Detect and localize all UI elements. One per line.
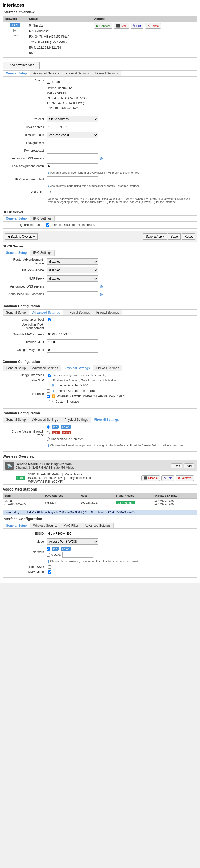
- stations-table: SSID MAC Address Host Signal / Noise RX …: [3, 493, 197, 507]
- network-lan-checkbox[interactable]: [46, 547, 50, 551]
- bridge-label: br-lan: [11, 34, 18, 37]
- dhcp-server-title: DHCP Server: [3, 210, 197, 214]
- essid-input[interactable]: [46, 531, 98, 536]
- dhcp-tab-general[interactable]: General Setup: [3, 216, 30, 221]
- router-adv-label: Router Advertisement-Service: [5, 258, 46, 265]
- mtu-label: Override MTU: [5, 340, 46, 344]
- tab-firewall-settings[interactable]: Firewall Settings: [92, 71, 121, 76]
- cc1-tab-general[interactable]: General Setup: [3, 310, 29, 315]
- network-create-input[interactable]: [63, 552, 93, 558]
- iface-tab-security[interactable]: Wireless Security: [30, 523, 61, 528]
- wifi-checkbox[interactable]: [46, 395, 50, 398]
- ipv6-suffix-input[interactable]: [46, 190, 98, 195]
- cc2-tab-physical[interactable]: Physical Settings: [61, 365, 93, 371]
- cc1-tab-firewall[interactable]: Firewall Settings: [93, 310, 122, 315]
- add-dns-icon-2[interactable]: ⊕: [99, 284, 103, 289]
- scan-button[interactable]: Scan: [171, 463, 182, 468]
- tab-general-setup[interactable]: General Setup: [3, 71, 30, 76]
- gateway-metric-input[interactable]: [46, 347, 98, 353]
- protocol-select[interactable]: Static address: [46, 116, 98, 122]
- ipv4-netmask-select[interactable]: 255.255.255.0: [46, 132, 98, 138]
- stop-button[interactable]: ⬛ Stop: [114, 23, 129, 29]
- ipv4-gateway-label: IPv4 gateway: [5, 141, 46, 145]
- save-apply-button[interactable]: Save & Apply: [143, 234, 167, 240]
- network-create-checkbox[interactable]: [46, 553, 50, 557]
- ipv4-gateway-input[interactable]: [46, 140, 98, 146]
- ndp-proxy-select[interactable]: disabled: [46, 275, 98, 282]
- add-wireless-button[interactable]: Add: [184, 463, 194, 468]
- delete-button[interactable]: ✕ Delete: [145, 23, 161, 29]
- mac-override-label: Override MAC address: [5, 333, 46, 336]
- dhcp2-tab-ipv6[interactable]: IPv6 Settings: [30, 250, 55, 256]
- add-domain-icon[interactable]: ⊕: [99, 292, 103, 297]
- ipv6-assign-length-input[interactable]: [46, 163, 98, 169]
- builtin-ipv6-checkbox[interactable]: [48, 325, 51, 328]
- back-to-overview-button[interactable]: ◀ Back to Overview: [5, 234, 38, 240]
- hide-essid-checkbox[interactable]: [48, 565, 51, 569]
- fw-zone-radio-3[interactable]: [46, 437, 50, 441]
- ignore-checkbox[interactable]: [46, 223, 49, 227]
- save-button[interactable]: Save: [168, 234, 181, 240]
- custom-checkbox[interactable]: [46, 400, 50, 403]
- disable-text: Disable DHCP for this interface.: [51, 223, 95, 227]
- fw-zone-create-input[interactable]: [85, 436, 115, 442]
- dhcpv6-select[interactable]: disabled: [46, 267, 98, 273]
- iface-tab-mac-filter[interactable]: MAC-Filter: [61, 523, 81, 528]
- mac-label: MAC-Address:: [29, 29, 90, 34]
- custom-dns-input[interactable]: [46, 156, 98, 161]
- bridge-ifaces-label: Bridge interfaces: [5, 373, 46, 377]
- cc2-tab-advanced[interactable]: Advanced Settings: [29, 365, 61, 371]
- bring-up-boot-checkbox[interactable]: [48, 318, 51, 321]
- ipv4-addr-input[interactable]: [46, 124, 98, 130]
- fw-zone-radio-1[interactable]: [46, 425, 50, 429]
- tab-physical-settings[interactable]: Physical Settings: [62, 71, 92, 76]
- dhcp2-tab-general[interactable]: General Setup: [3, 250, 30, 256]
- reset-button[interactable]: Reset: [182, 234, 195, 240]
- dhcp-tab-ipv6[interactable]: IPv6 Settings: [30, 216, 55, 221]
- bridge-hint: creates a bridge over specified interfac…: [53, 374, 107, 377]
- wmm-mode-checkbox[interactable]: [48, 570, 51, 574]
- mode-select[interactable]: Access Point (WDS): [46, 538, 98, 545]
- cc3-tab-physical[interactable]: Physical Settings: [61, 417, 91, 423]
- section-heading: Interface Overview: [3, 10, 197, 14]
- cc1-tab-advanced[interactable]: Advanced Settings: [29, 310, 63, 315]
- announced-domains-input[interactable]: [46, 291, 98, 297]
- signal-pct-badge: 100%: [16, 476, 26, 480]
- fw-zone-radio-2[interactable]: [46, 431, 50, 434]
- eth1-checkbox[interactable]: [46, 389, 50, 393]
- mac-override-input[interactable]: [46, 332, 98, 337]
- stp-checkbox[interactable]: [48, 379, 51, 382]
- disable-ssid-button[interactable]: ⬛ Disable: [142, 475, 160, 481]
- ipv6-hint-input[interactable]: [46, 177, 98, 182]
- radio-channel: Channel: 6 (2.437 GHz) | Bitrate: 54 Mbi…: [16, 466, 171, 469]
- tab-advanced-settings[interactable]: Advanced Settings: [30, 71, 62, 76]
- bridge-ifaces-checkbox[interactable]: [48, 374, 51, 377]
- announced-dns-input[interactable]: [46, 284, 98, 289]
- iface-tab-general[interactable]: General Setup: [3, 523, 30, 528]
- edit-button[interactable]: ✎ Edit: [131, 23, 144, 29]
- ipv4-netmask-label: IPv4 netmask: [5, 133, 46, 137]
- wmm-mode-label: WMM Mode: [5, 570, 46, 574]
- connect-button[interactable]: ▶ Connect: [94, 23, 112, 29]
- cc2-tab-general[interactable]: General Setup: [3, 365, 29, 371]
- iface-tab-advanced[interactable]: Advanced Settings: [81, 523, 114, 528]
- ipv6-hint-label: IPv6 assignment hint: [5, 178, 46, 181]
- cc3-tab-general[interactable]: General Setup: [3, 417, 29, 423]
- router-adv-select[interactable]: disabled: [46, 258, 98, 265]
- remove-ssid-button[interactable]: ✕ Remove: [175, 475, 194, 481]
- edit-ssid-button[interactable]: ✎ Edit: [161, 475, 174, 481]
- ipv4-broadcast-input[interactable]: [46, 148, 98, 154]
- firewall-zone-row: Create / Assign firewall-zone lan br-lan…: [5, 425, 195, 442]
- add-interface-button[interactable]: ＋ Add new interface...: [3, 62, 40, 69]
- common-config-1: Common Configuration General Setup Advan…: [3, 304, 197, 357]
- essid-label: ESSID: [5, 532, 46, 535]
- cc2-tab-firewall[interactable]: Firewall Settings: [93, 365, 122, 371]
- mac-override-row: Override MAC address: [5, 332, 195, 337]
- mtu-input[interactable]: [46, 339, 98, 345]
- hide-essid-row: Hide ESSID: [5, 565, 195, 569]
- cc3-tab-firewall[interactable]: Firewall Settings: [91, 417, 122, 423]
- cc3-tab-advanced[interactable]: Advanced Settings: [29, 417, 61, 423]
- eth0-checkbox[interactable]: [46, 384, 50, 387]
- add-dns-icon[interactable]: ⊕: [99, 156, 103, 161]
- cc1-tab-physical[interactable]: Physical Settings: [63, 310, 93, 315]
